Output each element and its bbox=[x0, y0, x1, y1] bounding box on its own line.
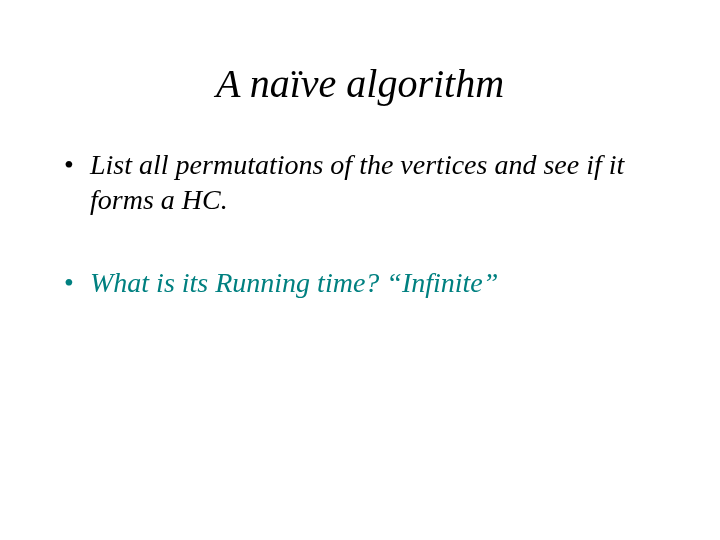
slide: A naïve algorithm List all permutations … bbox=[0, 0, 720, 540]
bullet-text: List all permutations of the vertices an… bbox=[90, 149, 624, 215]
bullet-text-answer: “Infinite” bbox=[386, 267, 498, 298]
slide-body: List all permutations of the vertices an… bbox=[0, 107, 720, 300]
slide-title: A naïve algorithm bbox=[0, 0, 720, 107]
bullet-text-prefix: What is its Running time? bbox=[90, 267, 386, 298]
bullet-item: What is its Running time? “Infinite” bbox=[60, 265, 660, 300]
bullet-item: List all permutations of the vertices an… bbox=[60, 147, 660, 217]
bullet-list: List all permutations of the vertices an… bbox=[60, 147, 660, 300]
